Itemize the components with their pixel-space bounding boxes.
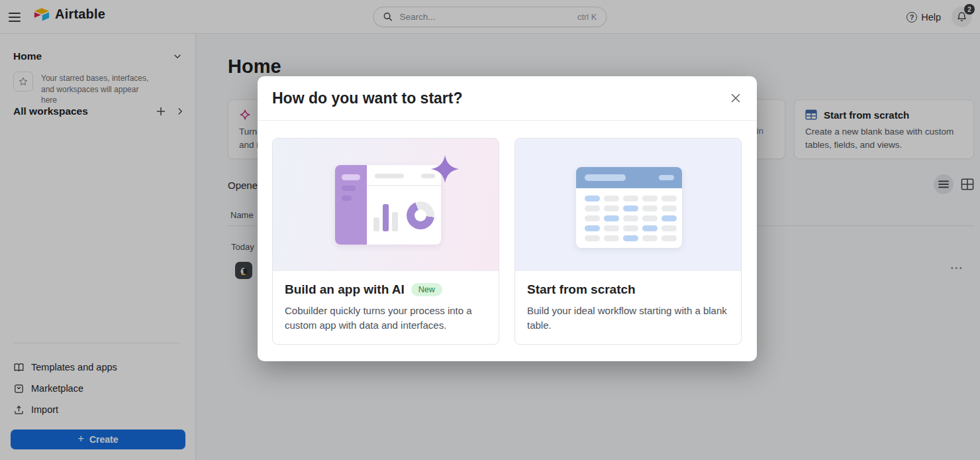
option-description: Cobuilder quickly turns your process int… (285, 304, 491, 333)
ai-illustration (273, 139, 499, 271)
airtable-home-page: Airtable ctrl K ? Help (0, 0, 980, 460)
donut-chart-graphic (407, 201, 434, 229)
modal-body: Build an app with AI New Cobuilder quick… (258, 121, 757, 362)
scratch-illustration (515, 139, 741, 271)
option-title: Build an app with AI (285, 282, 405, 297)
modal-title: How do you want to start? (272, 89, 463, 107)
ai-illustration-window (335, 165, 441, 245)
close-icon[interactable] (728, 90, 744, 106)
scratch-grid (585, 196, 677, 241)
sparkle-icon (429, 153, 461, 185)
start-modal: How do you want to start? (258, 76, 757, 361)
option-start-from-scratch[interactable]: Start from scratch Build your ideal work… (514, 138, 742, 345)
option-description: Build your ideal workflow starting with … (527, 304, 734, 333)
scratch-illustration-window (576, 167, 682, 248)
bar-chart-graphic (373, 186, 400, 231)
option-build-app-with-ai[interactable]: Build an app with AI New Cobuilder quick… (272, 138, 499, 345)
modal-header: How do you want to start? (258, 76, 757, 121)
new-badge: New (411, 283, 442, 296)
option-title: Start from scratch (527, 282, 636, 297)
